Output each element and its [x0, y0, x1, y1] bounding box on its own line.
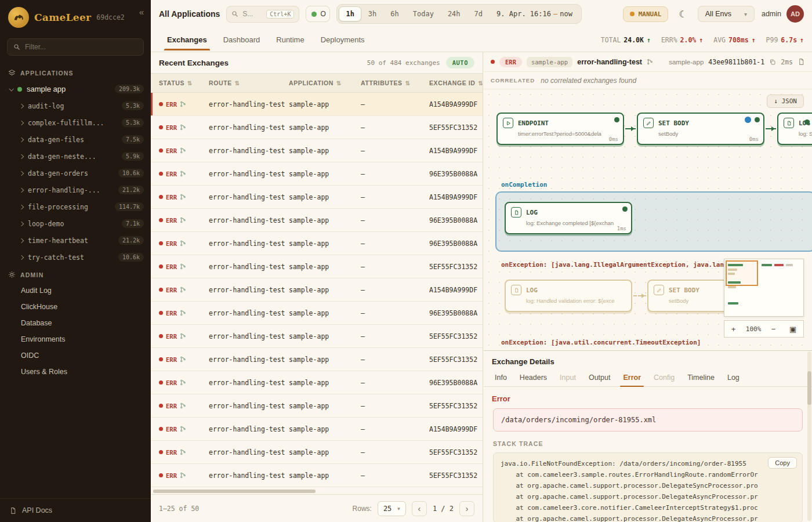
attributes-cell: —	[361, 425, 429, 433]
sidebar-admin-item[interactable]: Environments	[0, 331, 151, 347]
user-menu[interactable]: admin AD	[762, 5, 804, 23]
column-header[interactable]: EXCHANGE ID ⇅	[429, 79, 483, 86]
flow-node-exception-log[interactable]: LOG log: Handled validation error: ${exc…	[505, 280, 632, 312]
dark-mode-toggle[interactable]: ☾	[675, 6, 690, 22]
copy-button[interactable]: Copy	[768, 457, 797, 469]
chevron-down-icon	[9, 86, 13, 91]
column-header[interactable]: STATUS ⇅	[159, 79, 209, 86]
doc-icon	[511, 285, 521, 295]
next-page-button[interactable]: ›	[459, 501, 474, 516]
details-tab[interactable]: Input	[553, 369, 582, 386]
time-range-button[interactable]: 3h	[361, 6, 383, 21]
sidebar-api-docs[interactable]: API Docs	[0, 498, 151, 522]
time-range-button[interactable]: 7d	[467, 6, 490, 21]
exchange-row[interactable]: ERR error-handling-test sample-app — A15…	[151, 139, 483, 162]
exchange-row[interactable]: ERR error-handling-test sample-app — A15…	[151, 278, 483, 302]
main-tab[interactable]: Deployments	[313, 29, 373, 50]
status-badge: ERR	[166, 194, 177, 201]
exchange-row[interactable]: ERR error-handling-test sample-app — 96E…	[151, 302, 483, 325]
sidebar-route-item[interactable]: data-gen-neste... 5.9k	[0, 148, 151, 165]
flow-node-setbody[interactable]: SET BODY setBody 0ms	[637, 113, 764, 145]
sidebar-route-item[interactable]: loop-demo 7.1k	[0, 215, 151, 232]
main-tab[interactable]: Runtime	[268, 29, 312, 50]
details-tab[interactable]: Timeline	[681, 369, 721, 386]
zoom-in-button[interactable]: +	[728, 324, 740, 335]
details-tab[interactable]: Info	[488, 369, 513, 386]
sidebar-admin-item[interactable]: Users & Roles	[0, 364, 151, 380]
flow-minimap[interactable]	[724, 259, 804, 317]
time-range-button[interactable]: 24h	[441, 6, 467, 21]
sidebar-route-item[interactable]: data-gen-orders 10.6k	[0, 165, 151, 182]
exchange-row[interactable]: ERR error-handling-test sample-app — 5EF…	[151, 325, 483, 348]
environment-select[interactable]: All Envs ▾	[698, 6, 755, 22]
exchange-row[interactable]: ERR error-handling-test sample-app — 5EF…	[151, 348, 483, 371]
auto-refresh-badge[interactable]: AUTO	[446, 57, 474, 68]
flow-node-oncompletion-log[interactable]: LOG log: Exchange completed [${exchan 1m…	[505, 202, 632, 234]
exchange-row[interactable]: ERR error-handling-test sample-app — A15…	[151, 93, 483, 116]
attributes-cell: —	[361, 286, 429, 294]
details-tab[interactable]: Error	[617, 369, 647, 386]
rows-per-page-select[interactable]: 25 ▾	[378, 501, 406, 516]
horizontal-scrollbar-thumb[interactable]	[153, 490, 316, 493]
sidebar-item-sample-app[interactable]: sample app 209.3k	[0, 81, 151, 97]
flow-node-log[interactable]: LOG log: Sta	[777, 113, 812, 145]
exchange-row[interactable]: ERR error-handling-test sample-app — 96E…	[151, 371, 483, 394]
manual-refresh-button[interactable]: MANUAL	[623, 6, 669, 22]
sidebar-admin-item[interactable]: ClickHouse	[0, 299, 151, 315]
exchange-row[interactable]: ERR error-handling-test sample-app — A15…	[151, 418, 483, 441]
exchange-row[interactable]: ERR error-handling-test sample-app — A15…	[151, 186, 483, 209]
exchange-detail-header: ERR sample-app error-handling-test sampl…	[484, 52, 812, 72]
app-title: CameLeer	[34, 12, 91, 23]
column-header[interactable]: ATTRIBUTES ⇅	[361, 79, 429, 86]
exchange-row[interactable]: ERR error-handling-test sample-app — 96E…	[151, 209, 483, 232]
exchange-row[interactable]: ERR error-handling-test sample-app — 5EF…	[151, 116, 483, 139]
details-tab[interactable]: Log	[721, 369, 746, 386]
sidebar-route-item[interactable]: complex-fulfillm... 5.3k	[0, 114, 151, 131]
details-tab[interactable]: Output	[582, 369, 617, 386]
avatar[interactable]: AD	[786, 5, 804, 23]
exchange-row[interactable]: ERR error-handling-test sample-app — 96E…	[151, 162, 483, 186]
sidebar-admin-item[interactable]: Database	[0, 315, 151, 331]
doc-icon[interactable]	[798, 58, 805, 66]
sidebar-route-item[interactable]: data-gen-files 7.5k	[0, 131, 151, 148]
errors-only-toggle[interactable]: O	[306, 6, 330, 22]
sort-icon: ⇅	[336, 80, 342, 86]
date-range[interactable]: 9. Apr. 16:16—now	[490, 10, 579, 18]
sidebar-route-item[interactable]: audit-log 5.3k	[0, 97, 151, 114]
time-range-button[interactable]: 6h	[383, 6, 405, 21]
download-json-button[interactable]: ↓ JSON	[767, 95, 804, 108]
main-tab[interactable]: Dashboard	[215, 29, 269, 50]
filter-input[interactable]	[25, 43, 137, 51]
toggle-dot-icon	[311, 12, 317, 17]
search-input[interactable]	[242, 10, 262, 18]
sidebar-admin-item[interactable]: Audit Log	[0, 282, 151, 299]
column-header[interactable]: ROUTE ⇅	[209, 79, 289, 86]
details-tab[interactable]: Headers	[513, 369, 553, 386]
collapse-sidebar-icon[interactable]: «	[139, 7, 144, 17]
time-range-button[interactable]: 1h	[339, 6, 361, 21]
column-header[interactable]: APPLICATION ⇅	[289, 79, 361, 86]
copy-icon[interactable]	[769, 59, 776, 66]
exchange-row[interactable]: ERR error-handling-test sample-app — 5EF…	[151, 255, 483, 278]
chevron-down-icon: ▾	[744, 11, 747, 17]
sidebar-route-item[interactable]: file-processing 114.7k	[0, 198, 151, 215]
vertical-scrollbar-thumb[interactable]	[807, 371, 811, 405]
main-tabs: Exchanges Dashboard Runtime Deployments …	[151, 28, 812, 52]
main-tab[interactable]: Exchanges	[159, 29, 215, 50]
details-tab[interactable]: Config	[647, 369, 681, 386]
sidebar-route-item[interactable]: try-catch-test 10.6k	[0, 249, 151, 266]
exchange-row[interactable]: ERR error-handling-test sample-app — 96E…	[151, 232, 483, 255]
fit-view-button[interactable]: ▣	[786, 324, 800, 335]
zoom-out-button[interactable]: −	[768, 324, 780, 335]
exchange-row[interactable]: ERR error-handling-test sample-app — 5EF…	[151, 394, 483, 418]
route-flow-canvas[interactable]: ↓ JSON ENDPOINT timer:errorTest?period=5…	[484, 89, 812, 349]
sidebar-admin-item[interactable]: OIDC	[0, 347, 151, 364]
prev-page-button[interactable]: ‹	[412, 501, 427, 516]
exchange-row[interactable]: ERR error-handling-test sample-app — 5EF…	[151, 441, 483, 464]
sidebar-route-item[interactable]: error-handling-... 21.2k	[0, 182, 151, 198]
sidebar-route-item[interactable]: timer-heartbeat 21.2k	[0, 232, 151, 249]
exchange-row[interactable]: ERR error-handling-test sample-app — 5EF…	[151, 464, 483, 487]
status-badge: ERR	[166, 101, 177, 108]
flow-node-endpoint[interactable]: ENDPOINT timer:errorTest?period=5000&del…	[496, 113, 624, 145]
time-range-button[interactable]: Today	[406, 6, 441, 21]
